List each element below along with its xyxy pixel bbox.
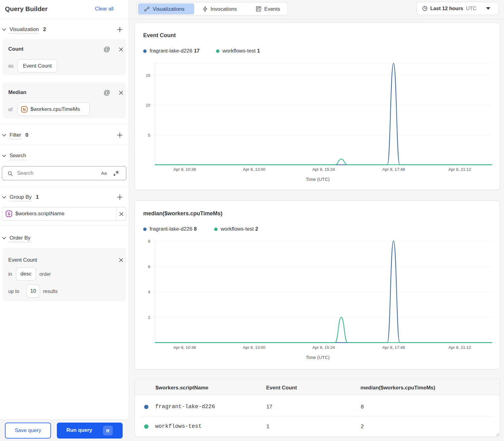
svg-text:N: N (23, 107, 26, 111)
svg-text:S: S (8, 212, 10, 216)
